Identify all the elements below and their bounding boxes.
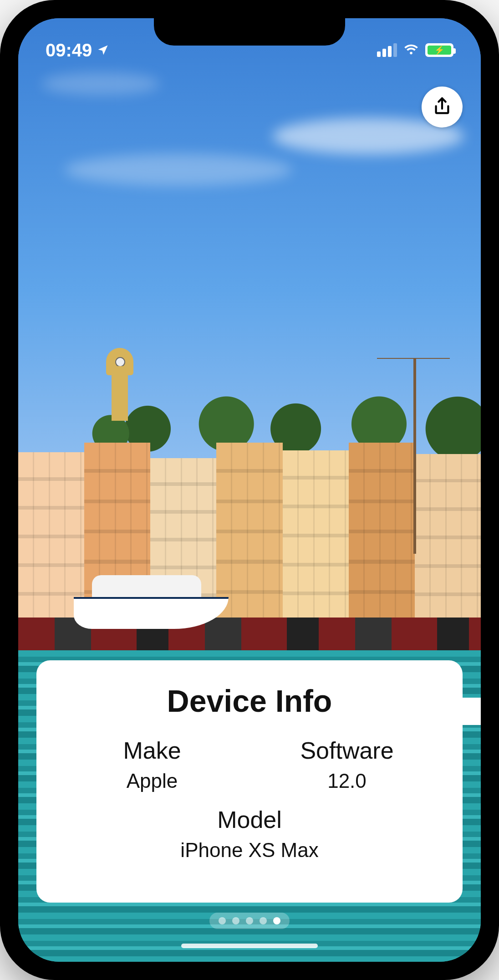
make-label: Make <box>55 737 250 764</box>
wifi-icon <box>403 41 419 59</box>
screen: 09:49 ⚡ <box>18 18 481 962</box>
page-dot[interactable] <box>232 917 239 924</box>
page-dot[interactable] <box>246 917 253 924</box>
status-right: ⚡ <box>377 41 453 59</box>
status-left: 09:49 <box>46 40 109 61</box>
model-block: Model iPhone XS Max <box>55 806 444 862</box>
battery-charging-icon: ⚡ <box>425 43 453 57</box>
status-time: 09:49 <box>46 40 92 61</box>
cellular-signal-icon <box>377 43 397 57</box>
page-dot[interactable] <box>219 917 226 924</box>
location-arrow-icon <box>97 40 109 61</box>
card-title: Device Info <box>55 683 444 719</box>
software-block: Software 12.0 <box>250 737 444 792</box>
photo-tower <box>106 339 133 421</box>
notch <box>154 18 345 46</box>
make-block: Make Apple <box>55 737 250 792</box>
photo-mast <box>413 358 416 554</box>
device-info-card[interactable]: Device Info Make Apple Software 12.0 Mod… <box>36 660 463 903</box>
page-indicator[interactable] <box>209 913 290 929</box>
cloud-icon <box>65 154 292 186</box>
card-row-top: Make Apple Software 12.0 <box>55 737 444 792</box>
model-value: iPhone XS Max <box>55 839 444 862</box>
card-row-bottom: Model iPhone XS Max <box>55 806 444 862</box>
make-value: Apple <box>55 770 250 792</box>
share-icon <box>432 96 453 118</box>
page-dot[interactable] <box>260 917 267 924</box>
share-button[interactable] <box>422 87 463 128</box>
photo-yacht <box>74 556 229 629</box>
page-dot[interactable] <box>273 917 280 924</box>
home-indicator[interactable] <box>181 944 318 948</box>
software-label: Software <box>250 737 444 764</box>
model-label: Model <box>55 806 444 833</box>
cloud-icon <box>41 72 160 95</box>
phone-frame: 09:49 ⚡ <box>0 0 499 980</box>
software-value: 12.0 <box>250 770 444 792</box>
